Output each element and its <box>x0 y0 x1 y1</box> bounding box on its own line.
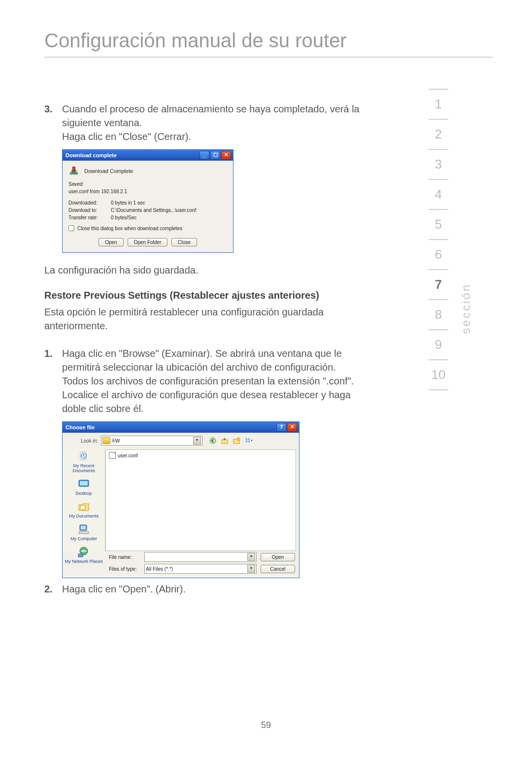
look-in-label: Look in: <box>66 438 98 444</box>
choose-file-titlebar[interactable]: Choose file ? ✕ <box>63 422 299 433</box>
svg-rect-20 <box>79 531 89 534</box>
section-nav-item-1[interactable]: 1 <box>429 89 448 120</box>
downloaded-label: Downloaded: <box>68 199 111 207</box>
open-button[interactable]: Open <box>99 238 123 246</box>
close-on-complete-label: Close this dialog box when download comp… <box>77 226 182 231</box>
download-complete-dialog: Download complete _ ▢ ✕ Download Complet… <box>62 149 233 253</box>
transfer-label: Transfer rate: <box>68 214 111 221</box>
section-nav-item-9[interactable]: 9 <box>429 330 448 360</box>
views-icon[interactable] <box>244 436 255 445</box>
section-nav-item-8[interactable]: 8 <box>429 300 448 330</box>
step-1-number: 1. <box>44 346 62 415</box>
place-recent[interactable]: My Recent Documents <box>63 450 105 473</box>
filename-combo[interactable]: ▾ <box>144 552 257 562</box>
new-folder-icon[interactable] <box>232 436 241 445</box>
svg-rect-16 <box>80 481 88 485</box>
my-computer-icon <box>77 523 91 535</box>
config-saved-text: La configuración ha sido guardada. <box>44 265 360 276</box>
svg-rect-22 <box>78 554 83 557</box>
dialog-titlebar[interactable]: Download complete _ ▢ ✕ <box>63 150 233 161</box>
help-icon[interactable]: ? <box>276 423 286 432</box>
downloaded-value: 0 bytes in 1 sec <box>111 199 145 207</box>
open-folder-button[interactable]: Open Folder <box>128 238 168 246</box>
file-item[interactable]: user.conf <box>109 452 293 459</box>
section-nav-item-7[interactable]: 7 <box>429 270 448 300</box>
filetype-dropdown-icon[interactable]: ▾ <box>247 565 255 573</box>
cancel-file-button[interactable]: Cancel <box>261 565 295 573</box>
dialog-title: Download complete <box>66 152 200 158</box>
look-in-dropdown-icon[interactable]: ▾ <box>193 437 201 445</box>
section-nav-item-10[interactable]: 10 <box>429 360 448 390</box>
places-bar: My Recent Documents Desktop My Documents… <box>63 449 105 552</box>
minimize-icon[interactable]: _ <box>200 151 209 160</box>
restore-body: Esta opción le permitirá restablecer una… <box>44 305 360 333</box>
svg-point-3 <box>210 438 216 444</box>
section-nav-item-3[interactable]: 3 <box>429 150 448 180</box>
svg-rect-17 <box>80 506 85 510</box>
svg-point-7 <box>237 438 240 441</box>
filename-label: File name: <box>109 554 140 560</box>
section-nav-item-2[interactable]: 2 <box>429 120 448 150</box>
folder-icon <box>102 437 110 444</box>
maximize-icon[interactable]: ▢ <box>210 151 220 160</box>
place-network[interactable]: My Network Places <box>65 546 102 564</box>
restore-heading: Restore Previous Settings (Restablecer a… <box>44 290 360 301</box>
section-nav-item-6[interactable]: 6 <box>429 240 448 270</box>
step-3-number: 3. <box>44 102 62 143</box>
downloadto-label: Download to: <box>68 207 111 214</box>
choose-close-icon[interactable]: ✕ <box>287 423 297 432</box>
step-2: 2. Haga clic en "Open". (Abrir). <box>44 582 360 596</box>
download-icon <box>68 166 79 176</box>
section-nav-item-4[interactable]: 4 <box>429 180 448 210</box>
transfer-value: 0 bytes/Sec <box>111 214 136 221</box>
svg-rect-9 <box>248 438 250 440</box>
svg-rect-1 <box>72 167 75 171</box>
section-nav-item-5[interactable]: 5 <box>429 210 448 240</box>
page-number: 59 <box>0 720 532 730</box>
file-icon <box>109 452 116 459</box>
place-mydocs[interactable]: My Documents <box>69 501 99 518</box>
close-button[interactable]: Close <box>171 238 197 246</box>
up-folder-icon[interactable] <box>220 436 229 445</box>
close-on-complete-checkbox[interactable] <box>68 225 74 231</box>
file-list[interactable]: user.conf <box>105 449 296 551</box>
look-in-combo[interactable]: FW ▾ <box>101 436 202 446</box>
step-2-text: Haga clic en "Open". (Abrir). <box>62 582 360 596</box>
place-desktop[interactable]: Desktop <box>75 478 92 496</box>
recent-docs-icon <box>77 450 91 462</box>
file-item-label: user.conf <box>118 453 138 458</box>
step-3-line1: Cuando el proceso de almacenamiento se h… <box>62 102 360 130</box>
section-nav: 1 2 3 4 5 6 7 8 9 10 <box>429 89 448 390</box>
step-3-line2: Haga clic en "Close" (Cerrar). <box>62 130 360 143</box>
saved-label: Saved: <box>68 180 111 188</box>
svg-rect-10 <box>246 441 247 442</box>
filetype-value: All Files (*.*) <box>146 566 173 572</box>
back-icon[interactable] <box>208 436 217 445</box>
place-mycomputer-label: My Computer <box>70 536 97 541</box>
place-desktop-label: Desktop <box>75 491 92 496</box>
my-documents-icon <box>77 501 91 513</box>
desktop-icon <box>77 478 91 490</box>
place-mycomputer[interactable]: My Computer <box>70 523 97 541</box>
svg-marker-5 <box>223 438 226 440</box>
page-title: Configuración manual de su router <box>44 30 493 52</box>
section-vertical-label: sección <box>459 283 473 334</box>
saved-value: user.conf from 192.168.2.1 <box>68 188 127 195</box>
step-1-text: Haga clic en "Browse" (Examinar). Se abr… <box>62 346 360 415</box>
downloadto-value: C:\Documents and Settings...\user.conf <box>111 207 196 214</box>
title-divider <box>44 57 493 58</box>
svg-rect-11 <box>248 441 250 442</box>
choose-file-title: Choose file <box>66 424 276 430</box>
step-2-number: 2. <box>44 582 62 596</box>
open-file-button[interactable]: Open <box>261 553 295 561</box>
step-1: 1. Haga clic en "Browse" (Examinar). Se … <box>44 346 360 415</box>
filetype-combo[interactable]: All Files (*.*) ▾ <box>144 564 257 574</box>
dialog-header-text: Download Complete <box>84 168 133 174</box>
filetype-label: Files of type: <box>109 566 140 572</box>
network-places-icon <box>77 546 91 558</box>
place-recent-label: My Recent Documents <box>63 463 105 473</box>
filename-dropdown-icon[interactable]: ▾ <box>247 553 255 561</box>
close-icon[interactable]: ✕ <box>221 151 231 160</box>
step-3: 3. Cuando el proceso de almacenamiento s… <box>44 102 360 143</box>
place-mydocs-label: My Documents <box>69 514 99 518</box>
